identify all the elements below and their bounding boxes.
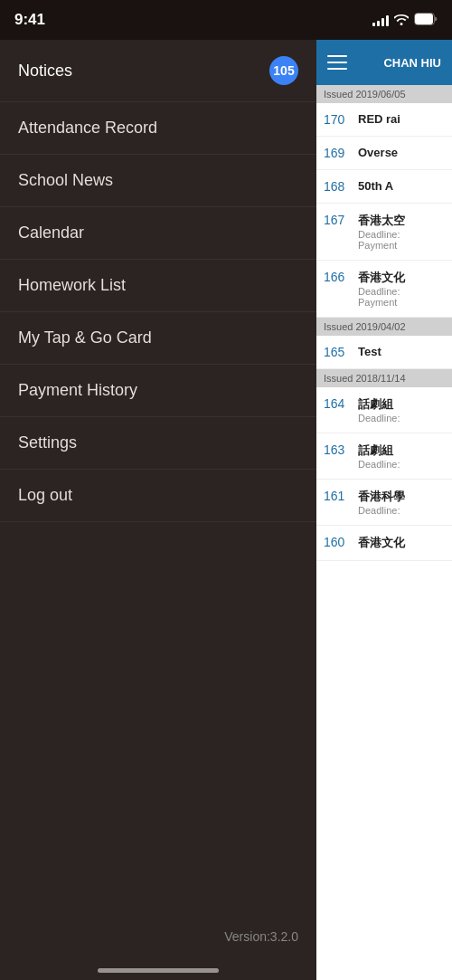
- notice-content: 香港科學 Deadline:: [358, 489, 445, 516]
- notice-number: 164: [324, 396, 351, 411]
- notice-item-169[interactable]: 169 Overse: [316, 137, 452, 170]
- sidebar-item-school-news[interactable]: School News: [0, 155, 316, 207]
- notice-content: Test: [358, 345, 445, 358]
- notice-subtitle: Deadline:: [358, 505, 445, 516]
- notice-number: 167: [324, 213, 351, 227]
- sidebar-item-label: Calendar: [18, 224, 84, 243]
- notice-number: 166: [324, 270, 351, 284]
- sidebar-item-label: Log out: [18, 486, 72, 505]
- notice-subtitle: Deadline:: [358, 459, 445, 470]
- notice-item-160[interactable]: 160 香港文化: [316, 526, 452, 561]
- sidebar-item-homework[interactable]: Homework List: [0, 260, 316, 312]
- right-header: CHAN HIU: [316, 40, 452, 85]
- notice-number: 169: [324, 146, 351, 160]
- notice-item-164[interactable]: 164 話劇組 Deadline:: [316, 387, 452, 433]
- notice-title: Test: [358, 345, 445, 358]
- notice-number: 161: [324, 489, 351, 503]
- notice-item-163[interactable]: 163 話劇組 Deadline:: [316, 433, 452, 480]
- sidebar-item-label: Homework List: [18, 276, 126, 295]
- notice-item-167[interactable]: 167 香港太空 Deadline: Payment: [316, 204, 452, 261]
- notice-content: 香港文化 Deadline: Payment: [358, 270, 445, 308]
- date-separator-3: Issued 2018/11/14: [316, 369, 452, 387]
- notice-title: 香港文化: [358, 535, 445, 551]
- notice-item-161[interactable]: 161 香港科學 Deadline:: [316, 480, 452, 526]
- sidebar-item-settings[interactable]: Settings: [0, 417, 316, 470]
- wifi-icon: [394, 13, 409, 28]
- sidebar-item-calendar[interactable]: Calendar: [0, 207, 316, 260]
- sidebar-item-label: Payment History: [18, 381, 137, 400]
- sidebar-item-label: Attendance Record: [18, 119, 157, 138]
- notice-item-168[interactable]: 168 50th A: [316, 170, 452, 204]
- sidebar-item-label: Settings: [18, 433, 77, 452]
- sidebar-item-logout[interactable]: Log out: [0, 470, 316, 522]
- notices-badge: 105: [269, 56, 298, 85]
- notice-number: 163: [324, 442, 351, 457]
- notice-subtitle: Deadline:: [358, 413, 445, 423]
- sidebar-item-notices[interactable]: Notices 105: [0, 40, 316, 102]
- battery-icon: [414, 13, 438, 28]
- notice-number: 165: [324, 345, 351, 359]
- sidebar-item-label: My Tap & Go Card: [18, 328, 152, 347]
- notice-title: 香港太空: [358, 213, 445, 229]
- signal-icon: [372, 14, 389, 26]
- main-layout: Notices 105 Attendance Record School New…: [0, 40, 452, 980]
- notice-title: RED rai: [358, 112, 445, 126]
- sidebar-item-label: Notices: [18, 62, 72, 81]
- notice-content: 香港文化: [358, 535, 445, 551]
- notice-item-166[interactable]: 166 香港文化 Deadline: Payment: [316, 261, 452, 318]
- notice-content: 話劇組 Deadline:: [358, 396, 445, 423]
- notice-subtitle: Deadline:: [358, 229, 445, 240]
- user-name: CHAN HIU: [383, 56, 441, 70]
- sidebar-item-payment-history[interactable]: Payment History: [0, 365, 316, 417]
- notice-content: RED rai: [358, 112, 445, 126]
- notice-title: 香港文化: [358, 270, 445, 286]
- notice-content: 話劇組 Deadline:: [358, 442, 445, 470]
- sidebar-item-tapgocard[interactable]: My Tap & Go Card: [0, 312, 316, 365]
- notice-content: 50th A: [358, 179, 445, 193]
- notice-item-165[interactable]: 165 Test: [316, 336, 452, 369]
- notice-title: Overse: [358, 146, 445, 159]
- home-indicator: [98, 968, 219, 973]
- hamburger-menu-button[interactable]: [327, 55, 347, 70]
- sidebar: Notices 105 Attendance Record School New…: [0, 40, 316, 980]
- date-separator: Issued 2019/06/05: [316, 85, 452, 103]
- sidebar-item-attendance[interactable]: Attendance Record: [0, 102, 316, 155]
- notice-content: Overse: [358, 146, 445, 159]
- version-label: Version:3.2.0: [224, 929, 298, 944]
- status-bar: 9:41: [0, 0, 452, 40]
- notice-title: 50th A: [358, 179, 445, 193]
- right-panel: CHAN HIU Issued 2019/06/05 170 RED rai 1…: [316, 40, 452, 980]
- notice-title: 話劇組: [358, 396, 445, 413]
- notice-content: 香港太空 Deadline: Payment: [358, 213, 445, 251]
- notice-number: 170: [324, 112, 351, 127]
- date-separator-2: Issued 2019/04/02: [316, 318, 452, 336]
- svg-rect-1: [415, 14, 433, 24]
- notice-subtitle-2: Payment: [358, 240, 445, 251]
- notice-item-170[interactable]: 170 RED rai: [316, 103, 452, 137]
- notice-subtitle: Deadline:: [358, 286, 445, 297]
- notice-title: 話劇組: [358, 442, 445, 459]
- notice-title: 香港科學: [358, 489, 445, 505]
- notice-list: Issued 2019/06/05 170 RED rai 169 Overse…: [316, 85, 452, 980]
- notice-number: 168: [324, 179, 351, 194]
- status-icons: [372, 13, 438, 28]
- notice-number: 160: [324, 535, 351, 549]
- notice-subtitle-2: Payment: [358, 297, 445, 308]
- status-time: 9:41: [14, 11, 45, 29]
- sidebar-item-label: School News: [18, 171, 113, 190]
